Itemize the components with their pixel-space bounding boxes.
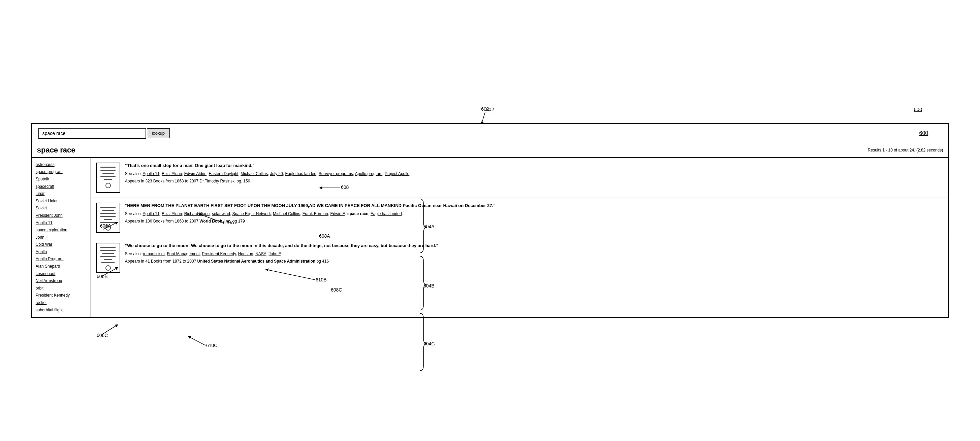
top-number: 600 xyxy=(920,130,929,136)
see-also-link[interactable]: John F xyxy=(269,251,280,256)
see-also-link[interactable]: July 20 xyxy=(270,171,283,176)
sidebar-link-apollo-program[interactable]: Apollo Program xyxy=(36,255,86,263)
see-also-link[interactable]: NASA xyxy=(255,251,266,256)
sidebar-link-sputnik[interactable]: Sputnik xyxy=(36,176,86,183)
see-also-link[interactable]: Buzz Aldrin xyxy=(162,211,182,216)
see-also-link[interactable]: Buzz Aldrin xyxy=(162,171,182,176)
see-also-link[interactable]: Space Flight Network xyxy=(232,211,271,216)
result-appears-b: Appears in 136 Books from 1868 to 2007 W… xyxy=(125,218,943,224)
sidebar-link-rocket[interactable]: rocket xyxy=(36,299,86,307)
book-thumbnail-a xyxy=(96,163,120,193)
sidebar-link-cosmonaut[interactable]: cosmonaut xyxy=(36,270,86,278)
appears-link-b[interactable]: Appears in 136 Books from 1868 to 2007 xyxy=(125,219,199,224)
see-also-link[interactable]: Frank Borman xyxy=(302,211,328,216)
sidebar-link-neil-armstrong[interactable]: Neil Armstrong xyxy=(36,278,86,285)
see-also-link[interactable]: Edwin Aldrin xyxy=(184,171,207,176)
see-also-link[interactable]: solar wind xyxy=(212,211,230,216)
see-also-link[interactable]: Eagle has landed xyxy=(371,211,402,216)
appears-link-a[interactable]: Appears in 323 Books from 1868 to 2007 xyxy=(125,179,199,184)
label-600: 600 xyxy=(914,106,922,112)
see-also-link[interactable]: Houston xyxy=(238,251,253,256)
sidebar: astronauts space program Sputnik spacecr… xyxy=(32,158,91,317)
sidebar-link-president-john[interactable]: President John xyxy=(36,212,86,219)
sidebar-link-cold-war[interactable]: Cold War xyxy=(36,241,86,248)
results-area: “That’s one small step for a man. One gi… xyxy=(91,158,949,317)
sidebar-link-soviet[interactable]: Soviet xyxy=(36,205,86,212)
see-also-link[interactable]: Michael Collins xyxy=(240,171,268,176)
book-thumbnail-b xyxy=(96,203,120,233)
search-input[interactable] xyxy=(38,128,146,139)
sidebar-link-apollo[interactable]: Apollo xyxy=(36,248,86,256)
result-appears-c: Appears in 41 Books from 1872 to 2007 Un… xyxy=(125,258,943,264)
result-content-c: “We choose to go to the moon! We choose … xyxy=(125,243,943,264)
see-also-link[interactable]: Eagle has landed xyxy=(285,171,317,176)
sidebar-link-orbit[interactable]: orbit xyxy=(36,285,86,292)
body-area: astronauts space program Sputnik spacecr… xyxy=(32,158,949,317)
see-also-link[interactable]: President Kennedy xyxy=(202,251,236,256)
result-see-also-c: See also: romanticism, Font Management, … xyxy=(125,251,943,257)
see-also-link[interactable]: Eastern Daylight xyxy=(209,171,239,176)
result-quote-c: “We choose to go to the moon! We choose … xyxy=(125,243,943,249)
result-quote-b: “HERE MEN FROM THE PLANET EARTH FIRST SE… xyxy=(125,203,943,209)
sidebar-link-apollo-11[interactable]: Apollo 11 xyxy=(36,219,86,227)
see-also-link[interactable]: Project Apollo xyxy=(385,171,409,176)
result-see-also-a: See also: Apollo 11, Buzz Aldrin, Edwin … xyxy=(125,171,943,177)
svg-text:602: 602 xyxy=(481,106,489,112)
result-appears-a: Appears in 323 Books from 1868 to 2007 D… xyxy=(125,178,943,184)
sidebar-link-spacecraft[interactable]: spacecraft xyxy=(36,183,86,190)
search-title-bar: space race Results 1 - 10 of about 24. (… xyxy=(32,143,949,158)
see-also-link[interactable]: Apollo program xyxy=(355,171,382,176)
see-also-link[interactable]: Richard Nixon xyxy=(184,211,210,216)
sidebar-link-space-exploration[interactable]: space exploration xyxy=(36,227,86,234)
label-606c-text: 606C xyxy=(97,333,108,338)
sidebar-link-suborbital-flight[interactable]: suborbital flight xyxy=(36,307,86,314)
result-quote-a: “That’s one small step for a man. One gi… xyxy=(125,163,943,169)
svg-line-7 xyxy=(102,325,117,335)
result-item-c: “We choose to go to the moon! We choose … xyxy=(91,238,949,278)
result-see-also-b: See also: Apollo 11, Buzz Aldrin, Richar… xyxy=(125,211,943,217)
see-also-link[interactable]: Edwin E xyxy=(330,211,345,216)
see-also-link[interactable]: Michael Collins xyxy=(273,211,300,216)
label-610c-text: 610C xyxy=(206,343,217,348)
search-title: space race xyxy=(37,146,75,154)
result-item-b: “HERE MEN FROM THE PLANET EARTH FIRST SE… xyxy=(91,198,949,238)
label-604c-text: 604C xyxy=(423,341,434,346)
svg-line-1 xyxy=(482,112,485,123)
sidebar-link-space-program[interactable]: space program xyxy=(36,168,86,176)
book-thumbnail-c xyxy=(96,243,120,273)
lookup-button[interactable]: lookup xyxy=(147,128,170,138)
top-bar: lookup 600 xyxy=(32,124,949,143)
sidebar-link-alan-shepard[interactable]: Alan Shepard xyxy=(36,263,86,270)
sidebar-link-astronauts[interactable]: astronauts xyxy=(36,161,86,169)
see-also-link[interactable]: Font Management xyxy=(167,251,199,256)
main-container: lookup 600 space race Results 1 - 10 of … xyxy=(31,123,949,318)
svg-line-8 xyxy=(189,337,205,346)
arrow-602: 602 xyxy=(472,105,499,125)
result-content-b: “HERE MEN FROM THE PLANET EARTH FIRST SE… xyxy=(125,203,943,224)
see-also-link[interactable]: Apollo 11 xyxy=(143,171,159,176)
results-info: Results 1 - 10 of about 24. (2.82 second… xyxy=(868,148,943,152)
sidebar-link-president-kennedy[interactable]: President Kennedy xyxy=(36,292,86,299)
appears-link-c[interactable]: Appears in 41 Books from 1872 to 2007 xyxy=(125,259,196,263)
result-item-a: “That’s one small step for a man. One gi… xyxy=(91,158,949,198)
see-also-link[interactable]: Apollo 11 xyxy=(143,211,159,216)
see-also-link[interactable]: romanticism xyxy=(143,251,165,256)
sidebar-link-john-f[interactable]: John F xyxy=(36,234,86,241)
see-also-link[interactable]: Surveyor programs xyxy=(319,171,353,176)
sidebar-link-lunar[interactable]: lunar xyxy=(36,190,86,198)
sidebar-link-soviet-union[interactable]: Soviet Union xyxy=(36,198,86,205)
result-content-a: “That’s one small step for a man. One gi… xyxy=(125,163,943,184)
